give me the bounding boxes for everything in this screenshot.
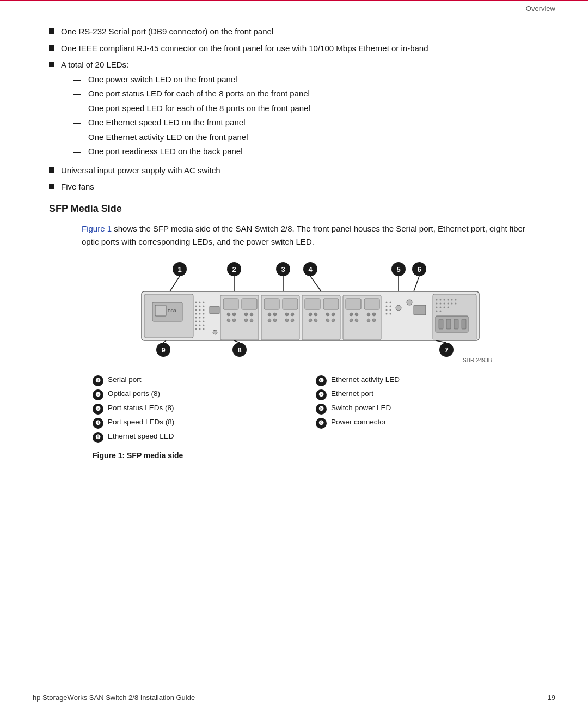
svg-point-52	[291, 319, 294, 322]
svg-point-95	[440, 302, 442, 304]
legend-item-1: ❶ Serial port	[93, 375, 316, 386]
header-area: Overview	[0, 1, 588, 15]
legend-label-9: Power connector	[331, 417, 386, 428]
svg-point-99	[455, 302, 457, 304]
svg-point-14	[195, 313, 197, 314]
svg-point-78	[390, 305, 391, 307]
legend-label-4: Port speed LEDs (8)	[108, 417, 174, 428]
figure-id: SHR-2493B	[463, 357, 492, 363]
svg-point-21	[199, 320, 201, 322]
svg-point-8	[195, 305, 197, 307]
svg-rect-107	[439, 319, 443, 329]
svg-point-37	[250, 313, 253, 316]
svg-point-39	[232, 319, 236, 322]
svg-point-75	[386, 301, 388, 303]
bullet-icon	[49, 62, 54, 67]
svg-text:DB9: DB9	[168, 308, 176, 313]
section-heading: SFP Media Side	[49, 203, 539, 215]
list-item: A total of 20 LEDs: — One power switch L…	[49, 59, 539, 160]
svg-point-81	[386, 313, 388, 314]
svg-point-74	[372, 319, 376, 322]
bullet-icon	[49, 184, 54, 189]
svg-point-77	[386, 305, 388, 307]
legend-left: ❶ Serial port ❷ Optical ports (8) ❸ Port…	[93, 375, 316, 446]
legend-item-5: ❺ Ethernet speed LED	[93, 431, 316, 443]
svg-rect-43	[264, 299, 279, 309]
svg-point-80	[390, 309, 391, 311]
dash-icon: —	[73, 117, 84, 129]
svg-point-27	[199, 328, 201, 330]
svg-rect-33	[242, 299, 257, 309]
bullet-icon	[49, 45, 54, 51]
svg-rect-108	[446, 319, 451, 329]
svg-point-13	[203, 309, 205, 311]
svg-point-79	[386, 309, 388, 311]
svg-point-20	[195, 320, 197, 322]
legend-item-9: ❾ Power connector	[316, 417, 539, 429]
sub-list-item: — One port status LED for each of the 8 …	[73, 88, 310, 100]
legend-num-2: ❷	[93, 389, 103, 400]
header-title: Overview	[526, 4, 555, 13]
svg-point-97	[448, 302, 449, 304]
legend-num-7: ❼	[316, 389, 327, 400]
svg-point-9	[199, 305, 201, 307]
legend-item-8: ❽ Switch power LED	[316, 403, 539, 415]
svg-point-18	[199, 317, 201, 318]
legend-item-4: ❹ Port speed LEDs (8)	[93, 417, 316, 429]
svg-text:1: 1	[177, 265, 181, 273]
svg-point-61	[314, 319, 317, 322]
svg-point-30	[213, 330, 217, 334]
svg-rect-32	[223, 299, 238, 309]
legend-label-6: Ethernet activity LED	[331, 375, 400, 385]
svg-point-19	[203, 317, 205, 318]
svg-point-104	[436, 310, 438, 312]
svg-point-47	[285, 313, 289, 316]
svg-point-25	[203, 324, 205, 326]
legend-item-7: ❼ Ethernet port	[316, 389, 539, 400]
svg-line-128	[414, 276, 419, 291]
svg-point-34	[227, 313, 230, 316]
svg-rect-85	[414, 305, 426, 315]
legend-area: ❶ Serial port ❷ Optical ports (8) ❸ Port…	[93, 375, 539, 446]
svg-point-93	[455, 299, 457, 300]
svg-point-10	[203, 305, 205, 307]
bullet-text: A total of 20 LEDs:	[61, 60, 128, 69]
legend-item-2: ❷ Optical ports (8)	[93, 389, 316, 400]
svg-point-105	[440, 310, 442, 312]
svg-point-57	[314, 313, 317, 316]
svg-point-101	[440, 306, 442, 308]
footer: hp StorageWorks SAN Switch 2/8 Installat…	[0, 689, 588, 706]
svg-point-5	[195, 301, 197, 303]
svg-point-35	[232, 313, 236, 316]
svg-text:9: 9	[161, 346, 165, 354]
svg-text:7: 7	[444, 346, 448, 354]
svg-point-45	[268, 313, 271, 316]
svg-point-7	[203, 301, 205, 303]
main-content: One RS-232 Serial port (DB9 connector) o…	[0, 15, 588, 689]
dash-icon: —	[73, 88, 84, 100]
svg-point-82	[390, 313, 391, 314]
svg-point-40	[244, 319, 248, 322]
legend-label-5: Ethernet speed LED	[108, 431, 174, 442]
svg-point-48	[291, 313, 294, 316]
legend-label-8: Switch power LED	[331, 403, 391, 413]
bullet-icon	[49, 167, 54, 173]
svg-point-69	[367, 313, 370, 316]
page-container: Overview One RS-232 Serial port (DB9 con…	[0, 0, 588, 706]
svg-point-94	[436, 302, 438, 304]
svg-point-63	[332, 319, 335, 322]
figure-link[interactable]: Figure 1	[82, 224, 112, 233]
svg-point-83	[396, 305, 401, 311]
svg-point-89	[440, 299, 442, 300]
svg-point-72	[355, 319, 358, 322]
svg-point-46	[273, 313, 277, 316]
bullet-text: One RS-232 Serial port (DB9 connector) o…	[61, 26, 273, 38]
svg-rect-110	[462, 319, 466, 329]
svg-point-26	[195, 328, 197, 330]
svg-point-71	[350, 319, 353, 322]
list-item: Five fans	[49, 181, 539, 193]
legend-num-1: ❶	[93, 375, 103, 386]
svg-point-68	[355, 313, 358, 316]
svg-line-113	[170, 276, 180, 291]
figure-area: DB9	[82, 261, 539, 460]
